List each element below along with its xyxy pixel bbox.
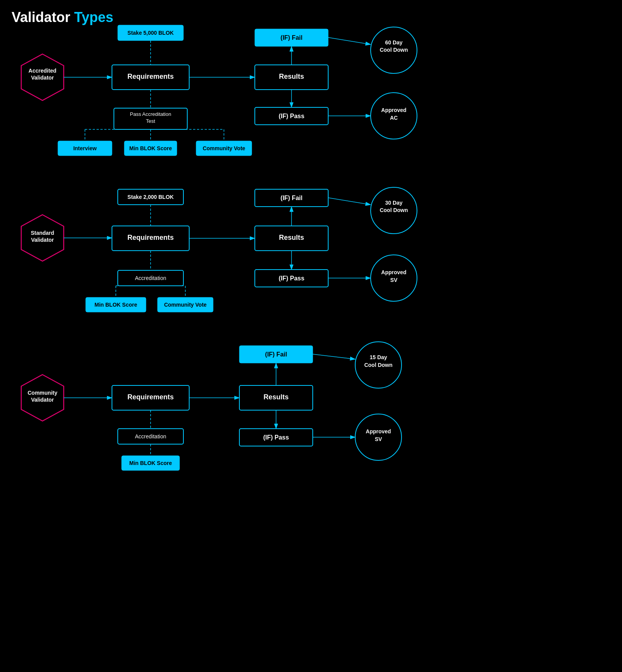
requirements-box-1: Requirements: [112, 65, 189, 90]
svg-text:Requirements: Requirements: [127, 234, 174, 241]
svg-text:Test: Test: [146, 118, 155, 124]
svg-text:60 Day: 60 Day: [385, 39, 402, 46]
svg-point-73: [371, 255, 417, 301]
svg-text:Pass Accreditation: Pass Accreditation: [130, 111, 171, 117]
community-vote-box-2: Community Vote: [158, 297, 213, 312]
community-vote-box-1: Community Vote: [196, 141, 252, 156]
svg-text:Results: Results: [279, 234, 304, 241]
svg-text:Stake 5,000 BLOK: Stake 5,000 BLOK: [127, 30, 174, 36]
svg-text:Cool Down: Cool Down: [380, 207, 408, 213]
if-fail-box-2: (IF) Fail: [255, 189, 328, 207]
svg-point-30: [371, 27, 417, 73]
svg-rect-63: [255, 189, 328, 207]
cool-down-60-circle: 60 Day Cool Down: [371, 27, 417, 73]
accreditation-box-2: Accreditation: [118, 270, 183, 286]
svg-rect-19: [124, 141, 177, 156]
svg-text:30 Day: 30 Day: [385, 200, 402, 206]
svg-point-102: [355, 414, 402, 460]
svg-rect-24: [255, 65, 328, 90]
svg-rect-27: [255, 29, 328, 46]
svg-text:AC: AC: [390, 115, 398, 121]
results-box-1: Results: [255, 65, 328, 90]
if-pass-box-1: (IF) Pass: [255, 107, 328, 125]
svg-text:SV: SV: [390, 277, 398, 283]
requirements-box-3: Requirements: [112, 385, 189, 410]
min-blok-score-box-2: Min BLOK Score: [86, 297, 146, 312]
interview-box: Interview: [58, 141, 112, 156]
svg-text:Approved: Approved: [381, 269, 406, 275]
svg-text:Accreditation: Accreditation: [135, 275, 166, 281]
cool-down-15-circle: 15 Day Cool Down: [355, 342, 402, 388]
if-fail-box-3: (IF) Fail: [239, 346, 313, 363]
svg-text:(IF) Fail: (IF) Fail: [281, 34, 303, 41]
svg-text:Cool Down: Cool Down: [380, 47, 408, 53]
svg-text:Min BLOK Score: Min BLOK Score: [129, 145, 172, 151]
svg-text:15 Day: 15 Day: [369, 354, 387, 360]
svg-text:Accredited: Accredited: [29, 68, 56, 74]
svg-text:Results: Results: [263, 393, 288, 401]
svg-text:Requirements: Requirements: [127, 393, 174, 401]
svg-text:Community Vote: Community Vote: [164, 302, 207, 308]
svg-rect-99: [239, 429, 313, 446]
page-title: Validator Types: [0, 0, 622, 25]
results-box-2: Results: [255, 226, 328, 251]
svg-text:Requirements: Requirements: [127, 73, 174, 80]
svg-rect-21: [196, 141, 252, 156]
svg-rect-83: [118, 429, 183, 444]
cool-down-30-circle: 30 Day Cool Down: [371, 187, 417, 234]
title-word1: Validator: [12, 9, 70, 25]
svg-rect-44: [118, 189, 183, 205]
community-validator-hex: Community Validator: [21, 375, 64, 421]
svg-text:Approved: Approved: [381, 107, 406, 113]
svg-text:Min BLOK Score: Min BLOK Score: [129, 460, 172, 466]
svg-point-95: [355, 342, 402, 388]
svg-text:Min BLOK Score: Min BLOK Score: [95, 302, 137, 308]
if-pass-box-3: (IF) Pass: [239, 429, 313, 446]
svg-text:Accreditation: Accreditation: [135, 433, 166, 440]
requirements-box-2: Requirements: [112, 226, 189, 251]
svg-text:Stake 2,000 BLOK: Stake 2,000 BLOK: [127, 194, 174, 200]
approved-sv-circle-3: Approved SV: [355, 414, 402, 460]
svg-rect-86: [122, 456, 180, 470]
svg-text:Validator: Validator: [31, 397, 54, 403]
svg-rect-34: [255, 107, 328, 125]
svg-text:(IF) Fail: (IF) Fail: [265, 351, 287, 358]
svg-marker-0: [21, 54, 64, 100]
svg-rect-7: [112, 65, 189, 90]
svg-text:(IF) Pass: (IF) Pass: [279, 275, 305, 282]
svg-marker-76: [21, 375, 64, 421]
svg-line-65: [328, 198, 371, 205]
accreditation-box-3: Accreditation: [118, 429, 183, 444]
stake-2000-box: Stake 2,000 BLOK: [118, 189, 183, 205]
svg-line-29: [328, 37, 371, 44]
if-pass-box-2: (IF) Pass: [255, 270, 328, 287]
svg-text:Approved: Approved: [366, 428, 391, 434]
svg-rect-89: [239, 385, 313, 410]
svg-rect-80: [112, 385, 189, 410]
svg-line-94: [313, 354, 355, 359]
svg-text:Community Vote: Community Vote: [203, 145, 245, 151]
accredited-validator-hex: Accredited Validator: [21, 54, 64, 100]
svg-text:Community: Community: [28, 390, 58, 396]
svg-rect-92: [239, 346, 313, 363]
svg-rect-47: [112, 226, 189, 251]
svg-text:(IF) Fail: (IF) Fail: [281, 195, 303, 201]
svg-rect-55: [86, 297, 146, 312]
svg-text:Standard: Standard: [31, 230, 54, 236]
min-blok-score-box-3: Min BLOK Score: [122, 456, 180, 470]
pass-accreditation-box: Pass Accreditation Test: [114, 108, 187, 129]
approved-ac-circle: Approved AC: [371, 93, 417, 139]
svg-rect-57: [158, 297, 213, 312]
svg-text:(IF) Pass: (IF) Pass: [279, 113, 305, 119]
svg-text:Results: Results: [279, 73, 304, 80]
svg-text:SV: SV: [375, 436, 382, 442]
if-fail-box-1: (IF) Fail: [255, 29, 328, 46]
svg-rect-17: [58, 141, 112, 156]
svg-rect-70: [255, 270, 328, 287]
standard-validator-hex: Standard Validator: [21, 215, 64, 261]
title-word2: Types: [74, 9, 113, 25]
svg-text:Interview: Interview: [73, 145, 97, 151]
svg-text:Validator: Validator: [31, 75, 54, 81]
svg-point-66: [371, 187, 417, 234]
svg-rect-50: [118, 270, 183, 286]
